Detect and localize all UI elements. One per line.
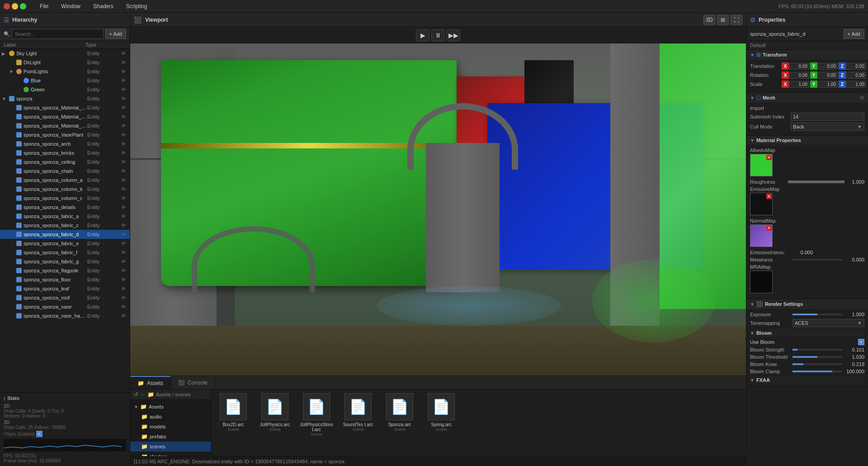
tab-console[interactable]: ⬛ Console	[171, 376, 215, 389]
back-icon[interactable]: ←	[140, 391, 146, 398]
list-item[interactable]: sponza_sponza_fabric_e Entity 👁	[0, 239, 130, 248]
bloom-threshold-slider[interactable]	[793, 356, 842, 358]
asset-sponza[interactable]: 📄 Sponza.arc Scene	[382, 393, 418, 437]
item-eye[interactable]: 👁	[119, 177, 128, 183]
item-eye[interactable]: 👁	[119, 105, 128, 110]
item-eye[interactable]: 👁	[119, 186, 128, 192]
metalness-slider[interactable]	[793, 259, 842, 261]
window-close[interactable]	[4, 3, 10, 10]
item-eye[interactable]: 👁	[119, 159, 128, 165]
emissive-texture-remove[interactable]: ✕	[766, 194, 772, 199]
list-item[interactable]: ▶ Sky Light Entity 👁	[0, 49, 130, 58]
play-button[interactable]: ▶	[416, 29, 429, 41]
emissive-texture[interactable]: ✕	[750, 193, 773, 215]
item-eye[interactable]: 👁	[119, 204, 128, 210]
item-eye[interactable]: 👁	[119, 69, 128, 74]
item-eye[interactable]: 👁	[119, 313, 128, 319]
list-item[interactable]: sponza_sponza_chain Entity 👁	[0, 166, 130, 176]
list-item[interactable]: ▼ sponza Entity 👁	[0, 94, 130, 103]
material-header[interactable]: ▼ Material Properties	[746, 136, 868, 145]
mesh-settings-icon[interactable]: ⚙	[859, 95, 864, 101]
item-eye[interactable]: 👁	[119, 277, 128, 282]
asset-soundtest[interactable]: 📄 SoundTes t.arc Scene	[340, 393, 376, 437]
item-eye[interactable]: 👁	[119, 232, 128, 237]
bloom-strength-slider[interactable]	[793, 349, 842, 351]
list-item[interactable]: sponza_sponza_Material_298 Entity 👁	[0, 112, 130, 121]
folder-shaders[interactable]: 📁 shaders	[130, 452, 211, 456]
item-eye[interactable]: 👁	[119, 132, 128, 138]
list-item[interactable]: sponza_sponza_details Entity 👁	[0, 203, 130, 212]
step-button[interactable]: ▶▶	[447, 29, 460, 41]
pause-button[interactable]: ⏸	[431, 29, 445, 41]
list-item[interactable]: sponza_sponza_leaf Entity 👁	[0, 284, 130, 293]
roughness-bar-wrap[interactable]	[788, 181, 844, 183]
viewport-ctrl-3d[interactable]: 3D	[703, 15, 715, 25]
item-eye[interactable]: 👁	[119, 168, 128, 174]
translation-z-input[interactable]	[846, 63, 866, 70]
list-item[interactable]: Green Entity 👁	[0, 85, 130, 94]
translation-y-input[interactable]	[818, 63, 838, 70]
list-item[interactable]: sponza_sponza_column_b Entity 👁	[0, 185, 130, 194]
submesh-input[interactable]	[791, 113, 864, 121]
list-item[interactable]: sponza_sponza_Material__25 Entity 👁	[0, 103, 130, 112]
window-minimize[interactable]	[12, 3, 18, 10]
bloom-knee-slider[interactable]	[793, 363, 842, 365]
normal-texture[interactable]: ✕	[750, 224, 773, 247]
list-item[interactable]: sponza_sponza_floor Entity 👁	[0, 275, 130, 284]
list-item[interactable]: sponza_sponza_vase_hanging Entity 👁	[0, 311, 130, 320]
item-eye[interactable]: 👁	[119, 96, 128, 101]
tonemapping-select[interactable]: ACES ▼	[793, 319, 864, 327]
scale-z-input[interactable]	[846, 81, 866, 88]
item-eye[interactable]: 👁	[119, 141, 128, 147]
rotation-y-input[interactable]	[818, 72, 838, 79]
list-item[interactable]: sponza_sponza_vase Entity 👁	[0, 302, 130, 311]
item-eye[interactable]: 👁	[119, 195, 128, 201]
refresh-icon[interactable]: ↺	[134, 391, 138, 398]
menu-window[interactable]: Window	[58, 2, 83, 10]
exposure-slider[interactable]	[793, 314, 842, 315]
item-eye[interactable]: 👁	[119, 60, 128, 65]
bloom-header[interactable]: ▼ Bloom	[750, 329, 864, 337]
list-item[interactable]: sponza_sponza_bricks Entity 👁	[0, 148, 130, 157]
item-eye[interactable]: 👁	[119, 286, 128, 291]
menu-file[interactable]: File	[37, 2, 51, 10]
rotation-z-input[interactable]	[846, 72, 866, 79]
rotation-x-input[interactable]	[789, 72, 809, 79]
asset-spring[interactable]: 📄 Spring.arc Scene	[423, 393, 459, 437]
item-eye[interactable]: 👁	[119, 250, 128, 255]
folder-prefabs[interactable]: 📁 prefabs	[130, 432, 211, 442]
normal-texture-remove[interactable]: ✕	[766, 225, 772, 231]
bloom-clamp-slider[interactable]	[793, 371, 842, 372]
list-item-selected[interactable]: sponza_sponza_fabric_d Entity 👁	[0, 230, 130, 239]
list-item[interactable]: sponza_sponza_ceiling Entity 👁	[0, 157, 130, 166]
mramap-texture[interactable]	[750, 271, 773, 293]
list-item[interactable]: sponza_sponza_fabric_g Entity 👁	[0, 257, 130, 266]
tab-assets[interactable]: 📁 Assets	[130, 376, 171, 389]
item-eye[interactable]: 👁	[119, 241, 128, 246]
window-maximize[interactable]	[20, 3, 26, 10]
asset-joltphysicsstress[interactable]: 📄 JoltPhysicsStres t.arc Scene	[298, 393, 335, 437]
viewport-ctrl-fullscreen[interactable]: ⛶	[731, 15, 742, 25]
item-eye[interactable]: 👁	[119, 87, 128, 92]
list-item[interactable]: sponza_sponza_column_c Entity 👁	[0, 194, 130, 203]
use-bloom-checkbox[interactable]: ✓	[858, 339, 864, 345]
properties-add-button[interactable]: + Add	[844, 29, 864, 39]
list-item[interactable]: sponza_sponza_VasePlant Entity 👁	[0, 130, 130, 139]
folder-assets[interactable]: ▼ 📁 Assets	[130, 402, 211, 412]
viewport-ctrl-grid[interactable]: ⊞	[717, 15, 729, 25]
list-item[interactable]: sponza_sponza_fabric_a Entity 👁	[0, 212, 130, 221]
list-item[interactable]: sponza_sponza_flagpole Entity 👁	[0, 266, 130, 275]
hierarchy-add-button[interactable]: + Add	[105, 29, 126, 39]
item-eye[interactable]: 👁	[119, 51, 128, 56]
menu-scripting[interactable]: Scripting	[123, 2, 150, 10]
item-eye[interactable]: 👁	[119, 223, 128, 228]
scale-x-input[interactable]	[789, 81, 809, 88]
fxaa-header[interactable]: ▼ FXAA	[750, 376, 864, 384]
asset-joltphysics[interactable]: 📄 JoltPhysics.arc Scene	[257, 393, 293, 437]
hierarchy-search-input[interactable]	[12, 29, 104, 39]
viewport[interactable]	[130, 43, 746, 376]
albedo-texture-remove[interactable]: ✕	[766, 155, 772, 160]
list-item[interactable]: ▼ PointLights Entity 👁	[0, 67, 130, 76]
folder-scenes[interactable]: 📁 scenes	[130, 442, 211, 452]
render-settings-header[interactable]: ▼ ⬛ Render Settings	[746, 299, 868, 309]
